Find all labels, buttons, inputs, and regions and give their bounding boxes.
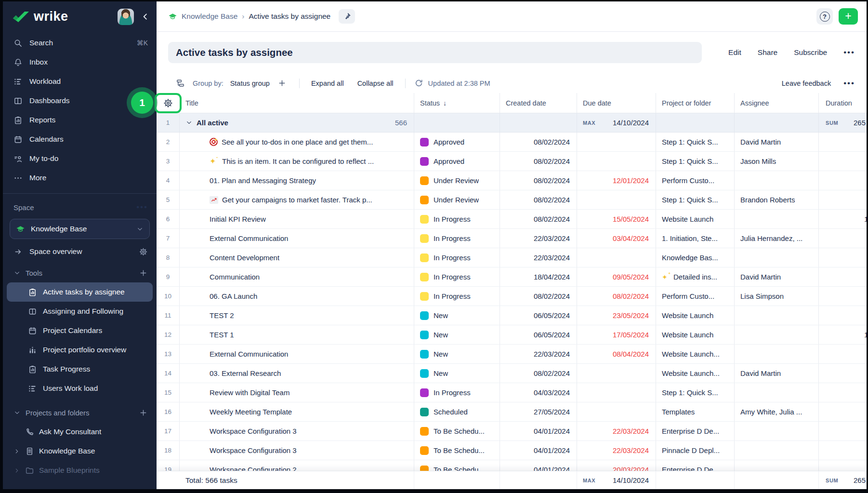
chevron-down-icon[interactable] bbox=[185, 119, 193, 126]
plus-icon[interactable] bbox=[277, 79, 287, 88]
cell-status[interactable]: Approved bbox=[414, 152, 500, 171]
column-header-duration[interactable]: Duration bbox=[819, 93, 867, 113]
cell-title[interactable]: Content Development bbox=[180, 248, 414, 267]
tools-section-header[interactable]: Tools bbox=[3, 263, 157, 282]
share-button[interactable]: Share bbox=[758, 48, 777, 57]
cell-title[interactable]: Initial KPI Review bbox=[180, 210, 414, 228]
cell-status[interactable]: Under Review bbox=[414, 171, 500, 190]
sort-desc-icon[interactable]: ↓ bbox=[443, 99, 447, 107]
sidebar-item-workload[interactable]: Workload bbox=[3, 72, 157, 91]
chevron-right-icon[interactable] bbox=[13, 448, 20, 455]
table-row[interactable]: 401. Plan and Messaging StrategyUnder Re… bbox=[157, 171, 867, 190]
sidebar-item-my-to-do[interactable]: My to-do bbox=[3, 149, 157, 168]
column-header-assignee[interactable]: Assignee bbox=[735, 93, 819, 113]
cell-title[interactable]: 01. Plan and Messaging Strategy bbox=[180, 171, 414, 190]
user-avatar[interactable] bbox=[118, 9, 134, 25]
sidebar-item-inbox[interactable]: Inbox bbox=[3, 53, 157, 72]
column-header-title[interactable]: Title bbox=[180, 93, 414, 113]
gear-icon[interactable] bbox=[139, 247, 148, 256]
table-row[interactable]: 13External CommunicationNew22/03/202408/… bbox=[157, 345, 867, 364]
cell-title[interactable]: Workspace Configuration 3 bbox=[180, 422, 414, 440]
leave-feedback-link[interactable]: Leave feedback bbox=[782, 80, 831, 87]
cell-status[interactable]: In Progress bbox=[414, 267, 500, 286]
cell-title[interactable]: Communication bbox=[180, 267, 414, 286]
sidebar-item-knowledge-base[interactable]: Knowledge Base bbox=[3, 441, 157, 461]
table-row[interactable]: 5Get your campaigns to market faster. Tr… bbox=[157, 190, 867, 210]
table-row[interactable]: 2See all your to-dos in one place and ge… bbox=[157, 133, 867, 152]
breadcrumb-space-link[interactable]: Knowledge Base bbox=[182, 12, 237, 21]
cell-title[interactable]: TEST 2 bbox=[180, 306, 414, 325]
column-header-project[interactable]: Project or folder bbox=[656, 93, 735, 113]
table-row[interactable]: 11TEST 2New06/05/202423/05/2024Website L… bbox=[157, 306, 867, 325]
toolbar-more-button[interactable]: ••• bbox=[843, 79, 855, 88]
projects-section-header[interactable]: Projects and folders bbox=[3, 403, 157, 422]
sidebar-item-project-calendars[interactable]: Project Calendars bbox=[3, 321, 157, 340]
sidebar-item-reports[interactable]: Reports bbox=[3, 110, 157, 130]
cell-status[interactable]: In Progress bbox=[414, 383, 500, 402]
cell-title[interactable]: 03. External Research bbox=[180, 364, 414, 383]
annotation-highlight-box[interactable] bbox=[155, 93, 182, 113]
edit-button[interactable]: Edit bbox=[728, 48, 741, 57]
space-selector[interactable]: Knowledge Base bbox=[10, 219, 150, 239]
table-row[interactable]: 6Initial KPI ReviewIn Progress08/02/2024… bbox=[157, 210, 867, 229]
cell-title[interactable]: ✦This is an item. It can be configured t… bbox=[180, 152, 414, 171]
report-title-input[interactable]: Active tasks by assignee bbox=[168, 42, 702, 63]
help-button[interactable]: ? bbox=[816, 8, 833, 25]
sidebar-item-ask-my-consultant[interactable]: Ask My Consultant bbox=[3, 422, 157, 441]
cell-status[interactable]: Scheduled bbox=[414, 402, 500, 421]
table-row[interactable]: 7External CommunicationIn Progress22/03/… bbox=[157, 229, 867, 248]
cell-title[interactable]: See all your to-dos in one place and get… bbox=[180, 133, 414, 151]
table-row[interactable]: 3✦This is an item. It can be configured … bbox=[157, 152, 867, 171]
table-row[interactable]: 9CommunicationIn Progress18/04/202409/05… bbox=[157, 267, 867, 287]
cell-title[interactable]: Review with Digital Team bbox=[180, 383, 414, 402]
cell-status[interactable]: Approved bbox=[414, 133, 500, 151]
cell-status[interactable]: In Progress bbox=[414, 210, 500, 228]
plus-icon[interactable] bbox=[139, 268, 148, 278]
sidebar-item-active-tasks-by-assignee[interactable]: Active tasks by assignee bbox=[7, 282, 153, 302]
sidebar-item-sample-blueprints[interactable]: Sample Blueprints bbox=[3, 461, 157, 480]
table-row[interactable]: 16Weekly Meeting TemplateScheduled27/05/… bbox=[157, 402, 867, 422]
cell-status[interactable]: In Progress bbox=[414, 229, 500, 248]
table-row[interactable]: 12TEST 1New06/05/202417/05/2024Website L… bbox=[157, 325, 867, 345]
cell-title[interactable]: TEST 1 bbox=[180, 325, 414, 344]
space-more-button[interactable]: ••• bbox=[136, 202, 148, 212]
sidebar-collapse-icon[interactable] bbox=[141, 12, 150, 21]
chevron-right-icon[interactable] bbox=[13, 467, 20, 474]
sidebar-item-task-progress[interactable]: Task Progress bbox=[3, 360, 157, 379]
sidebar-item-users-work-load[interactable]: Users Work load bbox=[3, 379, 157, 398]
cell-title[interactable]: Weekly Meeting Template bbox=[180, 402, 414, 421]
group-row-all-active[interactable]: 1 All active 566 MAX 14/10/2024 bbox=[157, 113, 867, 133]
column-header-due[interactable]: Due date bbox=[577, 93, 656, 113]
collapse-all-button[interactable]: Collapse all bbox=[357, 80, 394, 87]
expand-all-button[interactable]: Expand all bbox=[311, 80, 344, 87]
pin-button[interactable] bbox=[339, 9, 355, 24]
refresh-icon[interactable] bbox=[414, 79, 423, 88]
table-row[interactable]: 1006. GA LaunchIn Progress08/02/202408/0… bbox=[157, 287, 867, 306]
cell-status[interactable]: In Progress bbox=[414, 248, 500, 267]
gear-icon[interactable] bbox=[163, 98, 173, 108]
table-row[interactable]: 8Content DevelopmentIn Progress22/03/202… bbox=[157, 248, 867, 267]
sidebar-item-space-overview[interactable]: Space overview bbox=[3, 242, 157, 261]
group-by-value[interactable]: Status group bbox=[230, 80, 270, 87]
title-more-button[interactable]: ••• bbox=[843, 48, 855, 57]
cell-status[interactable]: New bbox=[414, 306, 500, 325]
sidebar-item-search[interactable]: Search⌘K bbox=[3, 33, 157, 53]
sidebar-item-more[interactable]: More bbox=[3, 168, 157, 187]
table-row[interactable]: 15Review with Digital TeamIn Progress04/… bbox=[157, 383, 867, 402]
table-row[interactable]: 17Workspace Configuration 3To Be Schedu.… bbox=[157, 422, 867, 441]
subscribe-button[interactable]: Subscribe bbox=[794, 48, 827, 57]
plus-icon[interactable] bbox=[139, 408, 148, 417]
cell-status[interactable]: To Be Schedu... bbox=[414, 441, 500, 460]
cell-status[interactable]: New bbox=[414, 345, 500, 363]
table-row[interactable]: 18Workspace Configuration 3To Be Schedu.… bbox=[157, 441, 867, 460]
cell-title[interactable]: Workspace Configuration 3 bbox=[180, 441, 414, 460]
table-row[interactable]: 1403. External ResearchNew08/02/2024Webs… bbox=[157, 364, 867, 383]
cell-status[interactable]: New bbox=[414, 325, 500, 344]
cell-title[interactable]: Get your campaigns to market faster. Tra… bbox=[180, 190, 414, 209]
wrike-logo[interactable]: wrike bbox=[13, 9, 118, 24]
cell-title[interactable]: External Communication bbox=[180, 345, 414, 363]
cell-status[interactable]: Under Review bbox=[414, 190, 500, 209]
sidebar-item-assigning-and-following[interactable]: Assigning and Following bbox=[3, 302, 157, 321]
sidebar-item-project-portfolio-overview[interactable]: Project portfolio overview bbox=[3, 340, 157, 360]
cell-status[interactable]: In Progress bbox=[414, 287, 500, 306]
